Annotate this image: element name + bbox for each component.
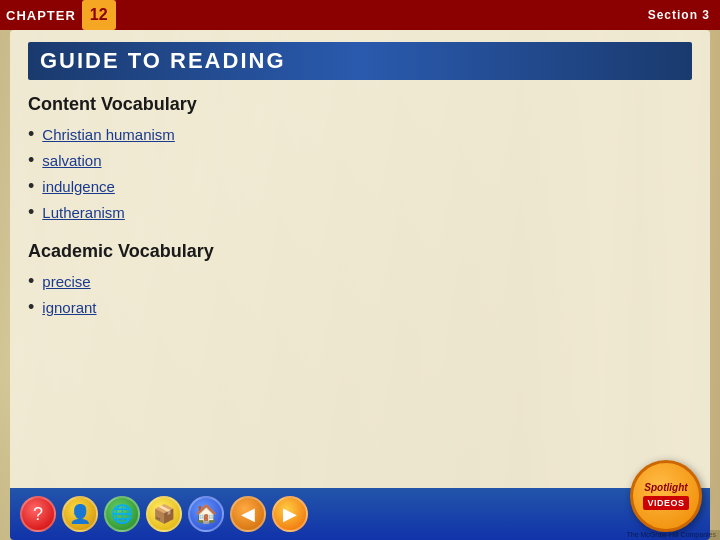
person-button[interactable]: 👤 [62, 496, 98, 532]
spotlight-label: Spotlight [644, 482, 687, 494]
list-item: • indulgence [28, 177, 692, 195]
home-button[interactable]: 🏠 [188, 496, 224, 532]
bullet-icon: • [28, 151, 34, 169]
main-panel: GUIDE TO READING Content Vocabulary • Ch… [10, 30, 710, 530]
content-vocab-title: Content Vocabulary [28, 94, 692, 115]
vocab-link-christian-humanism[interactable]: Christian humanism [42, 126, 175, 143]
list-item: • precise [28, 272, 692, 290]
forward-button[interactable]: ▶ [272, 496, 308, 532]
list-item: • Christian humanism [28, 125, 692, 143]
academic-vocab-list: • precise • ignorant [28, 272, 692, 316]
toolbar-icons: ? 👤 🌐 📦 🏠 ◀ ▶ [20, 496, 308, 532]
list-item: • salvation [28, 151, 692, 169]
help-button[interactable]: ? [20, 496, 56, 532]
chapter-label: CHAPTER [0, 8, 82, 23]
vocab-link-indulgence[interactable]: indulgence [42, 178, 115, 195]
bullet-icon: • [28, 272, 34, 290]
back-button[interactable]: ◀ [230, 496, 266, 532]
bullet-icon: • [28, 125, 34, 143]
videos-label: VIDEOS [643, 496, 688, 510]
vocab-link-ignorant[interactable]: ignorant [42, 299, 96, 316]
chapter-badge: CHAPTER 12 [0, 0, 116, 30]
academic-vocab-title: Academic Vocabulary [28, 241, 692, 262]
watermark: The McGraw-Hill Companies [627, 531, 716, 538]
spotlight-videos-button[interactable]: Spotlight VIDEOS [630, 460, 702, 532]
bullet-icon: • [28, 298, 34, 316]
bullet-icon: • [28, 177, 34, 195]
vocab-link-precise[interactable]: precise [42, 273, 90, 290]
vocab-link-lutheranism[interactable]: Lutheranism [42, 204, 125, 221]
bottom-toolbar: ? 👤 🌐 📦 🏠 ◀ ▶ [10, 488, 710, 540]
top-bar: CHAPTER 12 Section 3 [0, 0, 720, 30]
list-item: • ignorant [28, 298, 692, 316]
section-label: Section 3 [648, 8, 720, 22]
guide-header: GUIDE TO READING [28, 42, 692, 80]
box-button[interactable]: 📦 [146, 496, 182, 532]
bullet-icon: • [28, 203, 34, 221]
vocab-link-salvation[interactable]: salvation [42, 152, 101, 169]
content-vocab-list: • Christian humanism • salvation • indul… [28, 125, 692, 221]
chapter-number: 12 [82, 0, 116, 30]
globe-button[interactable]: 🌐 [104, 496, 140, 532]
list-item: • Lutheranism [28, 203, 692, 221]
